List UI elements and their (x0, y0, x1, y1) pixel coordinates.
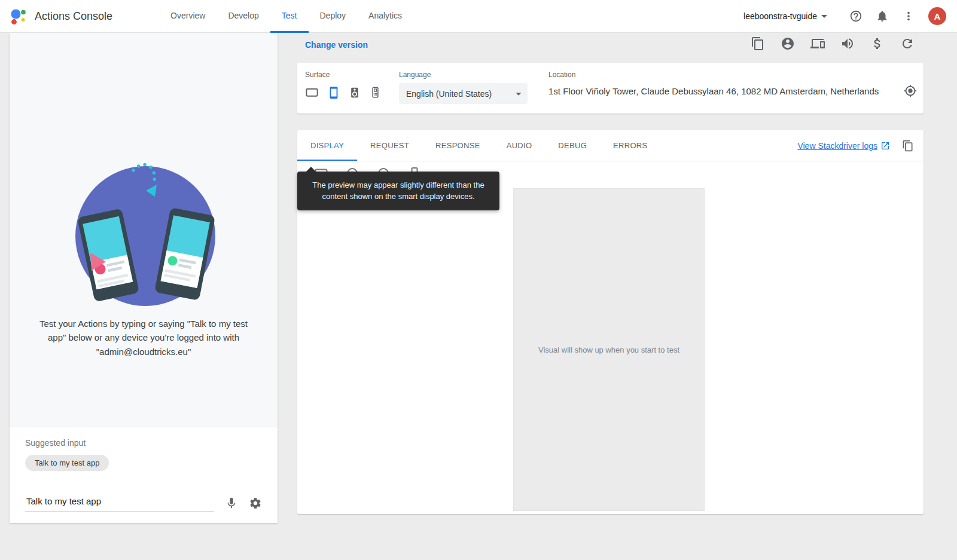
nav-analytics[interactable]: Analytics (357, 0, 413, 33)
volume-icon (840, 36, 855, 51)
notifications-button[interactable] (876, 10, 889, 23)
phones-illustration (62, 146, 229, 326)
tooltip-arrow (306, 167, 316, 172)
settings-button[interactable] (249, 497, 262, 512)
location-input[interactable] (548, 86, 897, 96)
account-button[interactable] (781, 36, 795, 51)
mic-icon (225, 497, 238, 510)
header-right: leeboonstra-tvguide A (743, 7, 957, 25)
nav-overview[interactable]: Overview (159, 0, 217, 33)
test-instructions: Test your Actions by typing or saying "T… (10, 317, 278, 359)
change-version-link[interactable]: Change version (305, 40, 368, 50)
language-value: English (United States) (406, 89, 512, 99)
app-title: Actions Console (35, 10, 112, 23)
kebab-menu-icon (902, 10, 915, 23)
open-in-new-icon (880, 141, 890, 151)
smart-display-icon (305, 85, 319, 99)
copy-icon (751, 36, 765, 51)
language-label: Language (399, 63, 548, 79)
copy-button[interactable] (751, 36, 765, 51)
nav-deploy[interactable]: Deploy (309, 0, 358, 33)
help-button[interactable] (849, 10, 862, 23)
query-input-row (25, 496, 262, 512)
help-icon (849, 10, 862, 23)
gear-icon (249, 497, 262, 510)
dollar-icon (870, 36, 885, 51)
tab-debug[interactable]: DEBUG (545, 130, 600, 161)
surface-speaker-button[interactable] (349, 87, 361, 99)
speaker-icon (349, 87, 361, 99)
logo-area: Actions Console (0, 8, 112, 25)
my-location-button[interactable] (904, 84, 917, 97)
project-name: leeboonstra-tvguide (743, 11, 817, 21)
tab-display[interactable]: DISPLAY (297, 130, 357, 161)
simulator-input-area: Suggested input Talk to my test app (10, 427, 278, 512)
surface-feature-phone-button[interactable] (369, 86, 382, 99)
account-icon (781, 36, 795, 51)
simulator-toolbar (751, 36, 915, 51)
language-select[interactable]: English (United States) (399, 83, 528, 104)
simulator-panel: Test your Actions by typing or saying "T… (10, 33, 278, 523)
surface-phone-button[interactable] (327, 86, 340, 99)
visual-preview-placeholder: Visual will show up when you start to te… (513, 188, 705, 511)
tab-audio[interactable]: AUDIO (493, 130, 545, 161)
results-card: DISPLAY REQUEST RESPONSE AUDIO DEBUG ERR… (297, 130, 924, 514)
main-nav: Overview Develop Test Deploy Analytics (159, 0, 413, 33)
project-selector[interactable]: leeboonstra-tvguide (743, 9, 831, 23)
refresh-icon (900, 36, 915, 51)
surface-settings-card: Surface (297, 63, 924, 114)
preview-tooltip: The preview may appear slightly differen… (297, 172, 499, 210)
nav-develop[interactable]: Develop (217, 0, 270, 33)
surface-label: Surface (305, 63, 399, 79)
chevron-down-icon (817, 9, 831, 23)
app-header: Actions Console Overview Develop Test De… (0, 0, 957, 33)
billing-button[interactable] (870, 36, 885, 51)
bell-icon (876, 10, 889, 23)
refresh-button[interactable] (900, 36, 915, 51)
query-input[interactable] (25, 496, 214, 512)
surface-column: Surface (297, 63, 399, 114)
suggestion-chip[interactable]: Talk to my test app (25, 455, 109, 471)
surface-options (305, 85, 399, 99)
tabbar-actions: View Stackdriver logs (797, 130, 924, 161)
my-location-icon (904, 84, 917, 97)
devices-icon (810, 36, 825, 51)
chevron-down-icon (512, 87, 525, 100)
copy-icon (902, 140, 914, 152)
tab-request[interactable]: REQUEST (357, 130, 422, 161)
mic-button[interactable] (225, 497, 238, 512)
copy-logs-button[interactable] (902, 140, 914, 152)
surface-smart-display-button[interactable] (305, 85, 319, 99)
feature-phone-icon (369, 86, 382, 99)
location-column: Location (548, 63, 924, 114)
nav-test[interactable]: Test (270, 0, 309, 33)
devices-button[interactable] (810, 36, 825, 51)
results-tabbar: DISPLAY REQUEST RESPONSE AUDIO DEBUG ERR… (297, 130, 924, 161)
assistant-logo-icon (10, 8, 26, 25)
stackdriver-link-label: View Stackdriver logs (797, 141, 877, 151)
tab-errors[interactable]: ERRORS (600, 130, 660, 161)
simulator-intro: Test your Actions by typing or saying "T… (10, 33, 278, 427)
language-column: Language English (United States) (399, 63, 548, 114)
avatar[interactable]: A (928, 7, 946, 25)
tooltip-text: The preview may appear slightly differen… (312, 180, 484, 201)
stackdriver-link[interactable]: View Stackdriver logs (797, 141, 890, 151)
audio-button[interactable] (840, 36, 855, 51)
actions-console-app: Actions Console Overview Develop Test De… (0, 0, 957, 560)
more-options-button[interactable] (902, 10, 915, 23)
tab-response[interactable]: RESPONSE (422, 130, 493, 161)
location-label: Location (548, 63, 897, 79)
visual-placeholder-text: Visual will show up when you start to te… (538, 345, 679, 354)
phone-icon (327, 86, 340, 99)
suggested-input-label: Suggested input (25, 438, 262, 448)
